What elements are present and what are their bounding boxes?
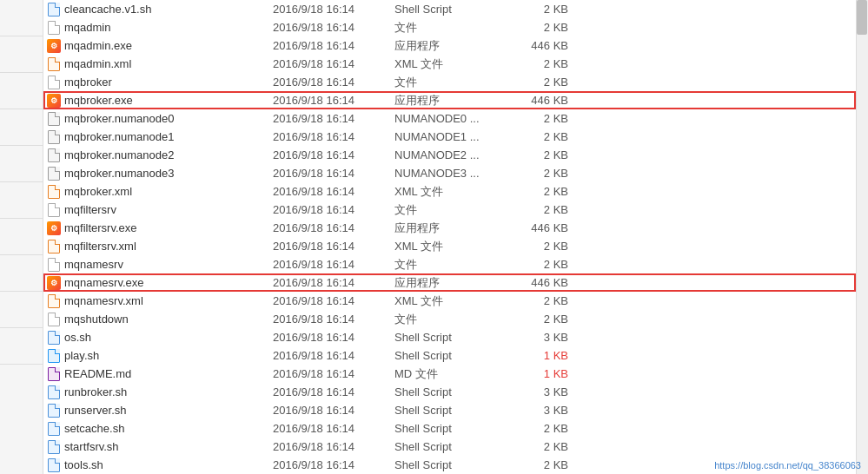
- scrollbar-vertical[interactable]: [856, 0, 868, 474]
- left-panel-item: [0, 36, 43, 73]
- table-row[interactable]: mqadmin.xml 2016/9/18 16:14 XML 文件 2 KB: [43, 55, 856, 73]
- file-name-cell: ⚙ mqnamesrv.exe: [47, 276, 273, 290]
- table-row[interactable]: mqadmin 2016/9/18 16:14 文件 2 KB: [43, 18, 856, 36]
- table-row[interactable]: runserver.sh 2016/9/18 16:14 Shell Scrip…: [43, 401, 856, 419]
- shell-icon: [47, 458, 61, 472]
- table-row[interactable]: mqbroker 2016/9/18 16:14 文件 2 KB: [43, 73, 856, 91]
- table-row[interactable]: setcache.sh 2016/9/18 16:14 Shell Script…: [43, 419, 856, 438]
- file-name: mqadmin: [64, 21, 110, 34]
- table-row[interactable]: mqbroker.numanode3 2016/9/18 16:14 NUMAN…: [43, 164, 856, 182]
- file-icon: [47, 76, 61, 89]
- file-date: 2016/9/18 16:14: [273, 185, 394, 198]
- file-size: 446 KB: [507, 221, 568, 234]
- file-date: 2016/9/18 16:14: [273, 167, 394, 180]
- file-type: NUMANODE2 ...: [394, 148, 507, 161]
- file-size: 2 KB: [507, 130, 568, 143]
- file-name-cell: mqbroker.numanode3: [47, 167, 273, 181]
- xml-icon: [47, 294, 61, 308]
- file-type: 文件: [394, 312, 507, 327]
- file-name: mqfiltersrv.exe: [64, 221, 137, 234]
- file-type: 文件: [394, 75, 507, 90]
- table-row[interactable]: README.md 2016/9/18 16:14 MD 文件 1 KB: [43, 365, 856, 383]
- file-date: 2016/9/18 16:14: [273, 3, 394, 16]
- file-size: 1 KB: [507, 367, 568, 380]
- xml-icon: [47, 240, 61, 253]
- file-type: 文件: [394, 20, 507, 36]
- file-name: runserver.sh: [64, 404, 127, 417]
- file-name-cell: startfsrv.sh: [47, 440, 273, 454]
- file-name: os.sh: [64, 331, 91, 344]
- scrollbar-thumb[interactable]: [857, 0, 867, 35]
- file-type: Shell Script: [394, 422, 507, 435]
- file-size: 1 KB: [507, 349, 568, 362]
- file-icon: [47, 203, 61, 217]
- file-date: 2016/9/18 16:14: [273, 130, 394, 143]
- xml-icon: [47, 57, 61, 71]
- file-date: 2016/9/18 16:14: [273, 422, 394, 435]
- file-name: mqbroker: [64, 76, 112, 89]
- table-row[interactable]: cleancache.v1.sh 2016/9/18 16:14 Shell S…: [43, 0, 856, 18]
- table-row[interactable]: mqfiltersrv 2016/9/18 16:14 文件 2 KB: [43, 201, 856, 219]
- table-row[interactable]: mqbroker.numanode0 2016/9/18 16:14 NUMAN…: [43, 109, 856, 128]
- file-date: 2016/9/18 16:14: [273, 76, 394, 89]
- file-name: runbroker.sh: [64, 385, 127, 398]
- table-row[interactable]: ⚙ mqbroker.exe 2016/9/18 16:14 应用程序 446 …: [43, 91, 856, 109]
- table-row[interactable]: mqnamesrv.xml 2016/9/18 16:14 XML 文件 2 K…: [43, 292, 856, 310]
- file-type: 应用程序: [394, 38, 507, 54]
- numa-icon: [47, 130, 61, 144]
- watermark: https://blog.csdn.net/qq_38366063: [714, 460, 861, 471]
- file-name: play.sh: [64, 349, 99, 362]
- file-size: 2 KB: [507, 148, 568, 161]
- shell-icon: [47, 3, 61, 16]
- file-name: mqnamesrv: [64, 258, 123, 271]
- file-type: XML 文件: [394, 239, 507, 254]
- left-panel-item: [0, 292, 43, 328]
- file-type: Shell Script: [394, 349, 507, 362]
- file-name: mqbroker.numanode1: [64, 130, 174, 143]
- file-date: 2016/9/18 16:14: [273, 367, 394, 380]
- file-name: mqbroker.exe: [64, 94, 133, 107]
- table-row[interactable]: mqbroker.numanode2 2016/9/18 16:14 NUMAN…: [43, 146, 856, 164]
- table-row[interactable]: startfsrv.sh 2016/9/18 16:14 Shell Scrip…: [43, 438, 856, 456]
- table-row[interactable]: mqbroker.xml 2016/9/18 16:14 XML 文件 2 KB: [43, 182, 856, 201]
- file-date: 2016/9/18 16:14: [273, 258, 394, 271]
- file-name-cell: mqadmin: [47, 21, 273, 35]
- shell-icon: [47, 404, 61, 418]
- table-row[interactable]: os.sh 2016/9/18 16:14 Shell Script 3 KB: [43, 328, 856, 346]
- table-row[interactable]: ⚙ mqfiltersrv.exe 2016/9/18 16:14 应用程序 4…: [43, 219, 856, 237]
- content-area: cleancache.v1.sh 2016/9/18 16:14 Shell S…: [43, 0, 856, 474]
- file-date: 2016/9/18 16:14: [273, 221, 394, 234]
- file-size: 2 KB: [507, 21, 568, 34]
- file-size: 3 KB: [507, 331, 568, 344]
- file-date: 2016/9/18 16:14: [273, 349, 394, 362]
- table-row[interactable]: ⚙ mqnamesrv.exe 2016/9/18 16:14 应用程序 446…: [43, 273, 856, 292]
- file-date: 2016/9/18 16:14: [273, 148, 394, 161]
- table-row[interactable]: play.sh 2016/9/18 16:14 Shell Script 1 K…: [43, 346, 856, 365]
- file-type: NUMANODE0 ...: [394, 112, 507, 125]
- file-name-cell: runserver.sh: [47, 404, 273, 418]
- file-date: 2016/9/18 16:14: [273, 57, 394, 70]
- table-row[interactable]: mqbroker.numanode1 2016/9/18 16:14 NUMAN…: [43, 128, 856, 146]
- file-name-cell: tools.sh: [47, 458, 273, 472]
- left-panel-item: [0, 182, 43, 219]
- file-name: mqfiltersrv: [64, 203, 116, 216]
- file-size: 446 KB: [507, 94, 568, 107]
- table-row[interactable]: mqnamesrv 2016/9/18 16:14 文件 2 KB: [43, 255, 856, 273]
- file-name-cell: mqbroker.numanode1: [47, 130, 273, 144]
- table-row[interactable]: mqshutdown 2016/9/18 16:14 文件 2 KB: [43, 310, 856, 328]
- file-type: Shell Script: [394, 404, 507, 417]
- file-name-cell: ⚙ mqadmin.exe: [47, 39, 273, 53]
- exe-icon: ⚙: [47, 94, 61, 108]
- file-name: mqbroker.numanode2: [64, 148, 174, 161]
- file-name: setcache.sh: [64, 422, 124, 435]
- numa-icon: [47, 148, 61, 162]
- table-row[interactable]: runbroker.sh 2016/9/18 16:14 Shell Scrip…: [43, 383, 856, 401]
- file-type: NUMANODE3 ...: [394, 167, 507, 180]
- left-panel-item: [0, 255, 43, 292]
- left-panel-item: [0, 109, 43, 146]
- table-row[interactable]: ⚙ mqadmin.exe 2016/9/18 16:14 应用程序 446 K…: [43, 36, 856, 55]
- file-size: 2 KB: [507, 167, 568, 180]
- file-name: mqbroker.numanode3: [64, 167, 174, 180]
- table-row[interactable]: mqfiltersrv.xml 2016/9/18 16:14 XML 文件 2…: [43, 237, 856, 255]
- file-name-cell: os.sh: [47, 331, 273, 345]
